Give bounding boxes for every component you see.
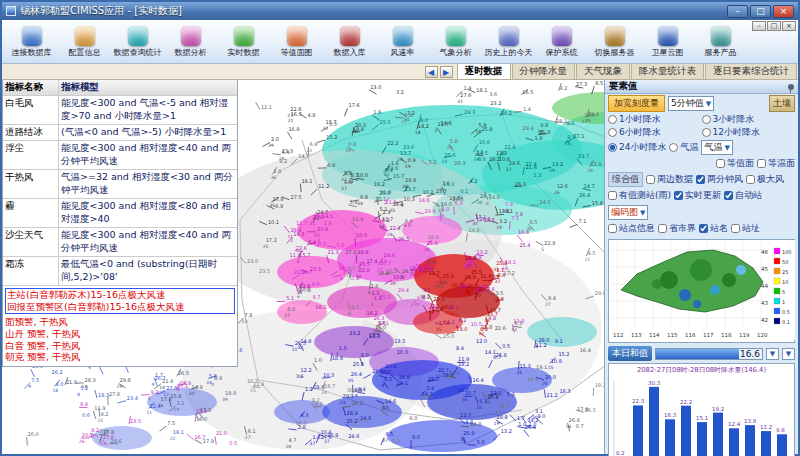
alert-line[interactable]: 山丹 预警, 干热风 xyxy=(5,328,235,340)
svg-text:15: 15 xyxy=(548,365,554,370)
svg-text:1.6: 1.6 xyxy=(274,168,282,174)
svg-text:11: 11 xyxy=(493,297,499,302)
alert-line[interactable]: 白音 预警, 干热风 xyxy=(5,340,235,352)
tab-scroll-left-icon[interactable]: ◀ xyxy=(425,66,438,78)
indicator-name: 霜冻 xyxy=(3,257,59,285)
table-row[interactable]: 霾 能见度<300 and 相对湿度<80 and 相对湿度>40 xyxy=(3,199,237,228)
svg-text:10.8: 10.8 xyxy=(551,358,562,364)
display-checkbox[interactable]: 站点信息 xyxy=(608,222,655,235)
tab[interactable]: 天气现象 xyxy=(576,62,630,79)
svg-text:28.9: 28.9 xyxy=(347,410,358,416)
svg-text:16.9: 16.9 xyxy=(288,126,299,132)
toolbar-icon xyxy=(181,26,201,46)
alert-line[interactable]: 朝克 预警, 干热风 xyxy=(5,351,235,363)
alert-line[interactable]: 主站(白音郭勒苏木)15-16点极大风速 xyxy=(7,289,233,301)
tab-scroll-right-icon[interactable]: ▶ xyxy=(440,66,453,78)
svg-text:28.3: 28.3 xyxy=(85,377,96,383)
radio-24h-precip[interactable]: 24小时降水 xyxy=(608,141,666,154)
temperature-select[interactable]: 气温▼ xyxy=(701,140,732,155)
display-checkbox[interactable]: 省市界 xyxy=(658,222,696,235)
wind-checkbox[interactable]: 两分钟风 xyxy=(696,173,743,186)
toolbar-button[interactable]: 数据分析 xyxy=(164,26,217,58)
toolbar-button[interactable]: 等值面图 xyxy=(270,26,323,58)
tab[interactable]: 分钟降水量 xyxy=(512,62,576,79)
svg-text:22.3: 22.3 xyxy=(433,296,444,302)
surface-checkbox[interactable]: 等温面 xyxy=(757,157,795,170)
radio-temperature[interactable]: 气温 xyxy=(669,141,698,154)
surface-checkbox[interactable]: 等值面 xyxy=(716,157,754,170)
precip-radio[interactable]: 6小时降水 xyxy=(608,126,702,139)
svg-text:2.4: 2.4 xyxy=(426,385,434,391)
table-row[interactable]: 沙尘天气 能见度<300 and 相对湿度<40 and 两分钟平均风速 xyxy=(3,228,237,257)
table-row[interactable]: 白毛风 能见度<300 and 气温<-5 and 相对湿度>70 and 小时… xyxy=(3,96,237,125)
svg-text:20.7: 20.7 xyxy=(380,260,391,266)
table-row[interactable]: 道路结冰 (气温<0 and 气温>-5) 小时降水量>1 xyxy=(3,125,237,141)
mdi-minimize-button[interactable]: – xyxy=(752,21,766,31)
spinner-dropdown-icon[interactable]: ▼ xyxy=(766,348,779,360)
precip-radio[interactable]: 3小时降水 xyxy=(702,113,796,126)
toolbar-button[interactable]: 数据入库 xyxy=(323,26,376,58)
window-title: 锡林郭勒盟CIMISS应用 - [实时数据] xyxy=(20,4,182,18)
svg-text:1: 1 xyxy=(782,299,785,305)
toolbar-button[interactable]: 实时数据 xyxy=(217,26,270,58)
minute-value-select[interactable]: 5分钟值▼ xyxy=(668,96,714,111)
alert-selected-block[interactable]: 主站(白音郭勒苏木)15-16点极大风速回报至预警区(白音郭勒)15-16点极大… xyxy=(5,288,235,314)
precip-radio[interactable]: 12小时降水 xyxy=(702,126,796,139)
alert-line[interactable]: 回报至预警区(白音郭勒)15-16点极大风速 xyxy=(7,301,233,313)
svg-text:2: 2 xyxy=(348,394,351,399)
code-map-select[interactable]: 编码图▼ xyxy=(608,205,648,220)
mdi-restore-button[interactable]: □ xyxy=(767,21,781,31)
toolbar-button[interactable]: 服务产品 xyxy=(694,26,747,58)
precip-radio[interactable]: 1小时降水 xyxy=(608,113,702,126)
minimize-button[interactable]: – xyxy=(727,5,748,18)
tab[interactable]: 逐日要素综合统计 xyxy=(705,62,797,79)
station-checkbox[interactable]: 自动站 xyxy=(724,189,762,202)
svg-text:23: 23 xyxy=(457,290,463,295)
svg-text:21: 21 xyxy=(98,418,104,423)
pin-icon[interactable] xyxy=(788,84,794,90)
toolbar-button[interactable]: 保护系统 xyxy=(535,26,588,58)
alert-line[interactable]: 面预警, 干热风 xyxy=(5,316,235,328)
toolbar-button[interactable]: 历史上的今天 xyxy=(482,26,535,58)
svg-text:9.4: 9.4 xyxy=(80,401,88,407)
table-row[interactable]: 霜冻 最低气温<0 and (substring(日期时间,5,2)>'08' xyxy=(3,257,237,286)
svg-text:16.4: 16.4 xyxy=(473,377,484,383)
svg-text:23.7: 23.7 xyxy=(405,186,416,192)
svg-text:12.7: 12.7 xyxy=(499,403,510,409)
toolbar-button[interactable]: 数据查询统计 xyxy=(111,26,164,58)
station-checkbox[interactable]: 实时更新 xyxy=(674,189,721,202)
wind-checkbox[interactable]: 周边数据 xyxy=(646,173,693,186)
tab[interactable]: 降水量统计表 xyxy=(631,62,704,79)
close-button[interactable]: × xyxy=(773,5,794,18)
svg-text:26: 26 xyxy=(554,190,560,195)
svg-text:39: 39 xyxy=(390,281,396,286)
toolbar-button[interactable]: 卫星云图 xyxy=(641,26,694,58)
spinner-dropdown-icon[interactable]: ▼ xyxy=(782,348,795,360)
display-checkbox[interactable]: 站名 xyxy=(699,222,728,235)
maximize-button[interactable]: □ xyxy=(750,5,771,18)
table-row[interactable]: 干热风 气温>=32 and 相对湿度<30 and 两分钟平均风速 xyxy=(3,170,237,199)
toolbar-button[interactable]: 配置信息 xyxy=(58,26,111,58)
svg-text:18.1: 18.1 xyxy=(476,87,487,93)
mdi-close-button[interactable]: × xyxy=(782,21,796,31)
svg-text:24.8: 24.8 xyxy=(399,374,410,380)
daily-total-progressbar: 16.6 xyxy=(655,348,763,360)
toolbar-button[interactable]: 切换服务器 xyxy=(588,26,641,58)
svg-text:21.0: 21.0 xyxy=(66,379,77,385)
svg-text:20.4: 20.4 xyxy=(385,363,396,369)
toolbar-button[interactable]: 连接数据库 xyxy=(5,26,58,58)
display-checkbox[interactable]: 站址 xyxy=(731,222,760,235)
station-checkbox[interactable]: 有值测站(雨) xyxy=(608,189,671,202)
toolbar-button[interactable]: 气象分析 xyxy=(429,26,482,58)
svg-text:8.3: 8.3 xyxy=(514,320,522,326)
svg-text:18: 18 xyxy=(428,310,434,315)
svg-text:31: 31 xyxy=(517,370,523,375)
wind-checkbox[interactable]: 极大风 xyxy=(746,173,784,186)
table-row[interactable]: 浮尘 能见度<300 and 相对湿度<40 and 两分钟平均风速 xyxy=(3,141,237,170)
soil-tab[interactable]: 土壤 xyxy=(769,95,795,112)
toolbar-button[interactable]: 风速率 xyxy=(376,26,429,58)
svg-text:9.2: 9.2 xyxy=(312,397,320,403)
widen-scale-button[interactable]: 加宽刻度量 xyxy=(608,95,665,112)
svg-text:19.9: 19.9 xyxy=(465,274,476,280)
svg-text:23.7: 23.7 xyxy=(436,188,447,194)
